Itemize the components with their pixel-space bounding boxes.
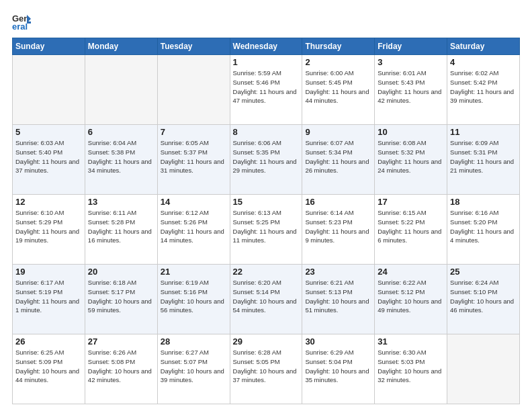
day-number: 24 (378, 267, 444, 277)
day-number: 10 (378, 127, 444, 137)
day-info: Sunrise: 6:09 AM Sunset: 5:31 PM Dayligh… (450, 138, 517, 175)
day-number: 12 (15, 197, 82, 207)
day-info: Sunrise: 6:05 AM Sunset: 5:37 PM Dayligh… (161, 138, 227, 175)
day-number: 26 (15, 336, 82, 347)
calendar-cell: 16Sunrise: 6:14 AM Sunset: 5:23 PM Dayli… (302, 195, 375, 265)
day-info: Sunrise: 6:19 AM Sunset: 5:16 PM Dayligh… (161, 278, 227, 315)
calendar-cell: 29Sunrise: 6:28 AM Sunset: 5:05 PM Dayli… (230, 334, 302, 404)
day-number: 14 (161, 197, 227, 207)
day-info: Sunrise: 6:22 AM Sunset: 5:12 PM Dayligh… (378, 278, 444, 315)
logo-icon: Gen eral (12, 12, 31, 31)
day-number: 29 (233, 336, 300, 347)
calendar-cell: 13Sunrise: 6:11 AM Sunset: 5:28 PM Dayli… (85, 195, 157, 265)
day-info: Sunrise: 6:12 AM Sunset: 5:26 PM Dayligh… (161, 208, 227, 245)
day-info: Sunrise: 6:13 AM Sunset: 5:25 PM Dayligh… (233, 208, 300, 245)
day-number: 21 (161, 267, 227, 277)
day-number: 15 (233, 197, 300, 207)
calendar-cell: 2Sunrise: 6:00 AM Sunset: 5:45 PM Daylig… (302, 55, 375, 125)
day-number: 8 (233, 127, 300, 137)
calendar-cell: 17Sunrise: 6:15 AM Sunset: 5:22 PM Dayli… (375, 195, 447, 265)
calendar-cell: 23Sunrise: 6:21 AM Sunset: 5:13 PM Dayli… (302, 265, 375, 334)
calendar-cell: 9Sunrise: 6:07 AM Sunset: 5:34 PM Daylig… (302, 125, 375, 195)
calendar-week-row: 19Sunrise: 6:17 AM Sunset: 5:19 PM Dayli… (13, 265, 520, 334)
day-info: Sunrise: 6:26 AM Sunset: 5:08 PM Dayligh… (88, 348, 154, 385)
calendar-cell: 4Sunrise: 6:02 AM Sunset: 5:42 PM Daylig… (447, 55, 520, 125)
day-number: 1 (233, 57, 300, 67)
day-info: Sunrise: 6:03 AM Sunset: 5:40 PM Dayligh… (15, 138, 82, 175)
day-header-saturday: Saturday (447, 38, 520, 55)
day-number: 13 (88, 197, 154, 207)
calendar-cell: 11Sunrise: 6:09 AM Sunset: 5:31 PM Dayli… (447, 125, 520, 195)
calendar-cell: 15Sunrise: 6:13 AM Sunset: 5:25 PM Dayli… (230, 195, 302, 265)
day-info: Sunrise: 6:06 AM Sunset: 5:35 PM Dayligh… (233, 138, 300, 175)
logo: Gen eral (12, 12, 34, 31)
calendar-cell: 3Sunrise: 6:01 AM Sunset: 5:43 PM Daylig… (375, 55, 447, 125)
calendar-cell: 26Sunrise: 6:25 AM Sunset: 5:09 PM Dayli… (13, 334, 85, 404)
day-header-wednesday: Wednesday (230, 38, 302, 55)
calendar-cell (447, 334, 520, 404)
day-info: Sunrise: 6:27 AM Sunset: 5:07 PM Dayligh… (161, 348, 227, 385)
calendar-cell (157, 55, 230, 125)
calendar-cell: 12Sunrise: 6:10 AM Sunset: 5:29 PM Dayli… (13, 195, 85, 265)
day-info: Sunrise: 6:28 AM Sunset: 5:05 PM Dayligh… (233, 348, 300, 385)
day-number: 17 (378, 197, 444, 207)
calendar-cell: 22Sunrise: 6:20 AM Sunset: 5:14 PM Dayli… (230, 265, 302, 334)
calendar-week-row: 1Sunrise: 5:59 AM Sunset: 5:46 PM Daylig… (13, 55, 520, 125)
calendar-week-row: 12Sunrise: 6:10 AM Sunset: 5:29 PM Dayli… (13, 195, 520, 265)
calendar-cell: 27Sunrise: 6:26 AM Sunset: 5:08 PM Dayli… (85, 334, 157, 404)
calendar-cell: 6Sunrise: 6:04 AM Sunset: 5:38 PM Daylig… (85, 125, 157, 195)
day-header-sunday: Sunday (13, 38, 85, 55)
calendar-cell: 10Sunrise: 6:08 AM Sunset: 5:32 PM Dayli… (375, 125, 447, 195)
day-number: 5 (15, 127, 82, 137)
day-info: Sunrise: 6:16 AM Sunset: 5:20 PM Dayligh… (450, 208, 517, 245)
day-number: 2 (305, 57, 371, 67)
day-header-tuesday: Tuesday (157, 38, 230, 55)
day-number: 25 (450, 267, 517, 277)
day-info: Sunrise: 6:18 AM Sunset: 5:17 PM Dayligh… (88, 278, 154, 315)
day-info: Sunrise: 6:10 AM Sunset: 5:29 PM Dayligh… (15, 208, 82, 245)
day-number: 20 (88, 267, 154, 277)
day-number: 23 (305, 267, 371, 277)
day-number: 4 (450, 57, 517, 67)
calendar-cell: 8Sunrise: 6:06 AM Sunset: 5:35 PM Daylig… (230, 125, 302, 195)
header: Gen eral (12, 12, 520, 31)
day-info: Sunrise: 6:08 AM Sunset: 5:32 PM Dayligh… (378, 138, 444, 175)
calendar-cell: 19Sunrise: 6:17 AM Sunset: 5:19 PM Dayli… (13, 265, 85, 334)
svg-text:eral: eral (12, 21, 28, 31)
day-info: Sunrise: 6:20 AM Sunset: 5:14 PM Dayligh… (233, 278, 300, 315)
day-header-monday: Monday (85, 38, 157, 55)
day-info: Sunrise: 6:30 AM Sunset: 5:03 PM Dayligh… (378, 348, 444, 385)
calendar-page: Gen eral SundayMondayTuesdayWednesdayThu… (0, 0, 532, 411)
day-info: Sunrise: 5:59 AM Sunset: 5:46 PM Dayligh… (233, 68, 300, 105)
calendar-cell: 18Sunrise: 6:16 AM Sunset: 5:20 PM Dayli… (447, 195, 520, 265)
day-number: 18 (450, 197, 517, 207)
calendar-cell: 24Sunrise: 6:22 AM Sunset: 5:12 PM Dayli… (375, 265, 447, 334)
day-info: Sunrise: 6:02 AM Sunset: 5:42 PM Dayligh… (450, 68, 517, 105)
day-info: Sunrise: 6:00 AM Sunset: 5:45 PM Dayligh… (305, 68, 371, 105)
day-info: Sunrise: 6:25 AM Sunset: 5:09 PM Dayligh… (15, 348, 82, 385)
calendar-cell: 31Sunrise: 6:30 AM Sunset: 5:03 PM Dayli… (375, 334, 447, 404)
day-number: 7 (161, 127, 227, 137)
calendar-table: SundayMondayTuesdayWednesdayThursdayFrid… (12, 38, 520, 404)
calendar-cell (85, 55, 157, 125)
calendar-cell: 14Sunrise: 6:12 AM Sunset: 5:26 PM Dayli… (157, 195, 230, 265)
calendar-week-row: 5Sunrise: 6:03 AM Sunset: 5:40 PM Daylig… (13, 125, 520, 195)
calendar-cell: 21Sunrise: 6:19 AM Sunset: 5:16 PM Dayli… (157, 265, 230, 334)
day-info: Sunrise: 6:07 AM Sunset: 5:34 PM Dayligh… (305, 138, 371, 175)
day-header-friday: Friday (375, 38, 447, 55)
day-number: 9 (305, 127, 371, 137)
day-number: 3 (378, 57, 444, 67)
calendar-cell: 25Sunrise: 6:24 AM Sunset: 5:10 PM Dayli… (447, 265, 520, 334)
day-number: 31 (378, 336, 444, 347)
calendar-cell: 7Sunrise: 6:05 AM Sunset: 5:37 PM Daylig… (157, 125, 230, 195)
day-number: 19 (15, 267, 82, 277)
day-info: Sunrise: 6:21 AM Sunset: 5:13 PM Dayligh… (305, 278, 371, 315)
day-number: 27 (88, 336, 154, 347)
calendar-cell: 28Sunrise: 6:27 AM Sunset: 5:07 PM Dayli… (157, 334, 230, 404)
day-number: 11 (450, 127, 517, 137)
day-header-thursday: Thursday (302, 38, 375, 55)
calendar-cell (13, 55, 85, 125)
day-info: Sunrise: 6:11 AM Sunset: 5:28 PM Dayligh… (88, 208, 154, 245)
calendar-week-row: 26Sunrise: 6:25 AM Sunset: 5:09 PM Dayli… (13, 334, 520, 404)
day-info: Sunrise: 6:01 AM Sunset: 5:43 PM Dayligh… (378, 68, 444, 105)
